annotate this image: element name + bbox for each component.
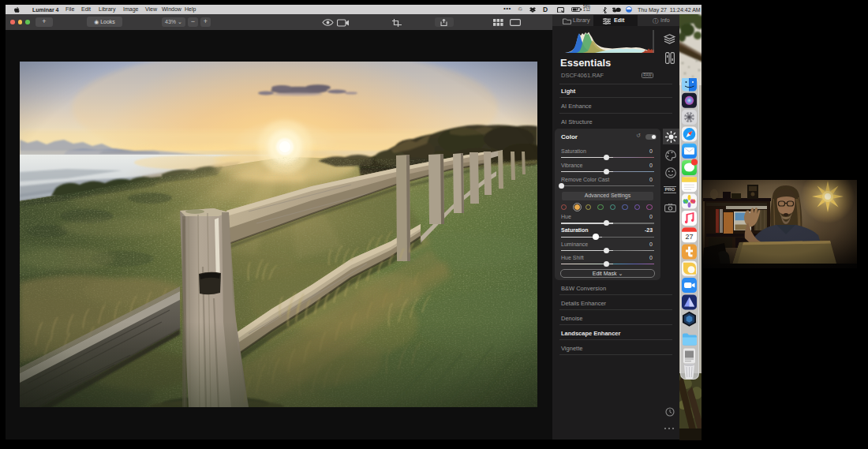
svg-text:27: 27: [685, 233, 693, 241]
